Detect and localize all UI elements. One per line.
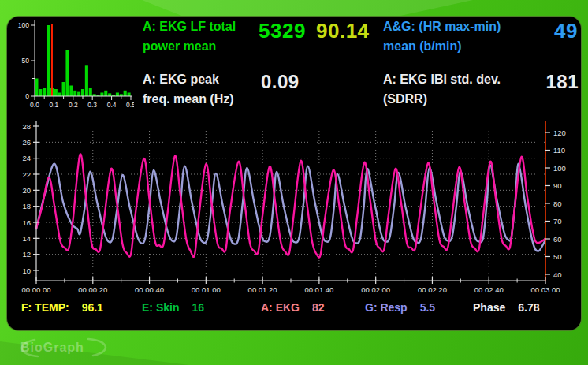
hr-maxmin-label: A&G: (HR max-min) mean (b/min) — [383, 17, 541, 56]
svg-text:00:01:00: 00:01:00 — [192, 285, 221, 294]
svg-text:00:01:20: 00:01:20 — [248, 285, 277, 294]
channel-legend: F: TEMP:96.1 E: Skin16 A: EKG82 G: Resp5… — [0, 301, 588, 317]
svg-text:0.4: 0.4 — [107, 101, 117, 109]
signal-line-chart: 1012141618202224262840506070809010011012… — [9, 118, 574, 300]
svg-text:100: 100 — [553, 164, 566, 173]
hr-maxmin-value: 49 — [530, 19, 578, 43]
svg-text:0.1: 0.1 — [49, 101, 58, 109]
legend-item-ekg: A: EKG82 — [261, 301, 325, 314]
svg-text:50: 50 — [22, 57, 30, 65]
svg-text:00:00:20: 00:00:20 — [78, 285, 107, 294]
sdrr-value: 181 — [530, 71, 579, 93]
peak-freq-label: A: EKG peak freq. mean (Hz) — [143, 69, 269, 109]
svg-text:14: 14 — [22, 234, 31, 243]
legend-item-skin: E: Skin16 — [142, 301, 204, 314]
svg-text:28: 28 — [22, 122, 31, 131]
svg-text:0.0: 0.0 — [30, 101, 39, 109]
svg-text:00:02:20: 00:02:20 — [418, 285, 447, 294]
temp-value: 96.1 — [82, 301, 103, 314]
skin-value: 16 — [192, 301, 204, 314]
svg-text:22: 22 — [22, 170, 31, 179]
svg-text:26: 26 — [22, 138, 31, 147]
resp-value: 5.5 — [420, 301, 435, 314]
ekg-value: 82 — [312, 301, 325, 314]
svg-text:00:02:40: 00:02:40 — [474, 285, 504, 294]
svg-text:0.5: 0.5 — [126, 101, 134, 109]
svg-text:24: 24 — [22, 154, 31, 162]
svg-text:00:00:00: 00:00:00 — [22, 285, 51, 294]
svg-text:80: 80 — [553, 199, 562, 208]
svg-text:10: 10 — [22, 266, 31, 275]
legend-item-phase: Phase6.78 — [473, 301, 540, 314]
svg-text:0.2: 0.2 — [69, 101, 78, 109]
lf-power-label: A: EKG LF total power mean — [143, 17, 269, 56]
svg-text:90: 90 — [553, 181, 562, 190]
svg-text:16: 16 — [22, 218, 31, 227]
svg-text:40: 40 — [553, 270, 562, 279]
svg-text:00:01:40: 00:01:40 — [304, 285, 333, 294]
svg-text:00:03:00: 00:03:00 — [531, 285, 560, 294]
svg-text:100: 100 — [18, 21, 29, 29]
svg-text:18: 18 — [22, 202, 31, 210]
svg-text:0.3: 0.3 — [87, 101, 97, 109]
sdrr-label: A: EKG IBI std. dev. (SDRR) — [383, 69, 541, 109]
svg-text:00:00:40: 00:00:40 — [135, 285, 164, 294]
svg-text:00:02:00: 00:02:00 — [361, 285, 390, 294]
biograph-screen: 0501000.00.10.20.30.40.5 A: EKG LF total… — [0, 0, 588, 365]
svg-text:0: 0 — [25, 92, 29, 100]
lf-power-histogram: 0501000.00.10.20.30.40.5 — [14, 19, 134, 112]
legend-item-resp: G: Resp5.5 — [365, 301, 435, 314]
phase-value: 6.78 — [518, 301, 539, 314]
svg-text:120: 120 — [553, 128, 566, 137]
svg-text:60: 60 — [553, 235, 562, 244]
svg-text:20: 20 — [22, 186, 31, 195]
svg-text:12: 12 — [22, 250, 31, 259]
background-facet — [142, 0, 473, 16]
legend-item-temp: F: TEMP:96.1 — [21, 301, 103, 314]
svg-text:110: 110 — [553, 146, 565, 155]
svg-text:50: 50 — [553, 252, 562, 261]
svg-text:70: 70 — [553, 217, 562, 225]
biograph-logo: BioGraph — [9, 334, 120, 361]
lf-power-value: 5329 — [259, 19, 306, 43]
logo-text: BioGraph — [20, 341, 84, 355]
peak-freq-value: 0.09 — [261, 71, 300, 93]
lf-power-secondary-value: 90.14 — [316, 19, 370, 43]
